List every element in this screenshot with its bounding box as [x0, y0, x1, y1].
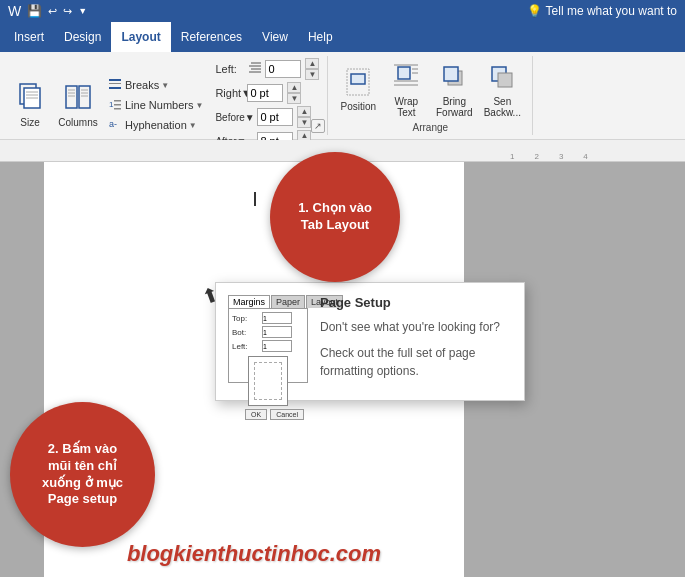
indent-left-icon: [247, 62, 261, 76]
ps-bottom-input[interactable]: [262, 326, 292, 338]
app-icon: W: [8, 3, 21, 19]
indent-left-label: Left:: [215, 63, 243, 75]
ps-tab-paper[interactable]: Paper: [271, 295, 305, 308]
page-setup-hint2: Check out the full set of page formattin…: [320, 344, 512, 380]
svg-rect-19: [114, 108, 121, 110]
page-setup-preview-body: Top: Bot: Left:: [228, 308, 308, 383]
indent-left-input[interactable]: [265, 60, 301, 78]
bring-forward-label: BringForward: [436, 96, 473, 118]
ribbon-group-arrange: Position WrapText: [328, 56, 533, 135]
ps-top-input[interactable]: [262, 312, 292, 324]
spacing-before-label: Before▼: [215, 112, 253, 123]
ruler-marks: 1 2 3 4: [510, 140, 608, 161]
ps-tab-margins[interactable]: Margins: [228, 295, 270, 308]
save-icon[interactable]: 💾: [27, 4, 42, 18]
page-setup-tabs: Margins Paper Layout: [228, 295, 308, 308]
svg-rect-5: [66, 86, 77, 108]
bring-forward-icon: [438, 61, 470, 93]
ps-top-label: Top:: [232, 314, 260, 323]
position-label: Position: [341, 101, 377, 112]
tab-layout[interactable]: Layout: [111, 22, 170, 52]
svg-rect-34: [444, 67, 458, 81]
page-setup-title: Page Setup: [320, 295, 512, 310]
spacing-before-spinner[interactable]: ▲▼: [297, 106, 311, 128]
tab-insert[interactable]: Insert: [4, 22, 54, 52]
send-backward-label: SenBackw...: [484, 96, 521, 118]
line-numbers-button[interactable]: 1 Line Numbers ▼: [104, 96, 207, 114]
indent-left-spinner[interactable]: ▲▼: [305, 58, 319, 80]
size-icon: [14, 82, 46, 114]
svg-rect-15: [109, 87, 121, 89]
indent-right-row: Right▼ ▲▼: [215, 82, 319, 104]
columns-label: Columns: [58, 117, 97, 128]
size-button[interactable]: Size: [8, 76, 52, 134]
page-setup-launcher-button[interactable]: ↗: [311, 119, 325, 133]
document-panel: Margins Paper Layout Top: Bot: Left:: [0, 162, 508, 577]
spacing-before-input[interactable]: [257, 108, 293, 126]
customize-qat-icon[interactable]: ▼: [78, 6, 87, 16]
wrap-text-button[interactable]: WrapText: [384, 60, 428, 118]
ps-ok-button[interactable]: OK: [245, 409, 267, 420]
indent-spacing-group: Left: ▲▼ Right▼ ▲▼: [215, 58, 319, 152]
hyphenation-button[interactable]: a- Hyphenation ▼: [104, 116, 207, 134]
position-icon: [342, 66, 374, 98]
spacing-before-row: Before▼ ▲▼: [215, 106, 319, 128]
redo-icon[interactable]: ↪: [63, 5, 72, 18]
position-button[interactable]: Position: [336, 60, 380, 118]
bring-forward-button[interactable]: BringForward: [432, 60, 476, 118]
tab-references[interactable]: References: [171, 22, 252, 52]
line-numbers-label: Line Numbers: [125, 99, 193, 111]
columns-button[interactable]: Columns: [56, 76, 100, 134]
ps-cancel-button[interactable]: Cancel: [270, 409, 304, 420]
callout-page-setup: 2. Bấm vào mũi tên chỉ xuống ở mục Page …: [10, 402, 155, 547]
indent-right-spinner[interactable]: ▲▼: [287, 82, 301, 104]
ps-top-row: Top:: [232, 312, 304, 324]
ribbon-body: Size Columns: [0, 52, 685, 140]
page-setup-popup: Margins Paper Layout Top: Bot: Left:: [215, 282, 525, 401]
breaks-label: Breaks: [125, 79, 159, 91]
send-backward-button[interactable]: SenBackw...: [480, 60, 524, 118]
line-numbers-arrow: ▼: [195, 101, 203, 110]
ribbon: Insert Design Layout References View Hel…: [0, 22, 685, 52]
tab-design[interactable]: Design: [54, 22, 111, 52]
line-numbers-icon: 1: [108, 97, 122, 113]
callout-tab-layout: 1. Chọn vào Tab Layout: [270, 152, 400, 282]
arrange-group-content: Position WrapText: [336, 58, 524, 120]
ps-left-row-inner: Left:: [232, 340, 304, 352]
svg-rect-36: [498, 73, 512, 87]
svg-rect-26: [351, 74, 365, 84]
tell-me-area: 💡 Tell me what you want to: [519, 0, 685, 22]
ps-left-input-inner[interactable]: [262, 340, 292, 352]
undo-icon[interactable]: ↩: [48, 5, 57, 18]
page-setup-group-content: Size Columns: [8, 58, 319, 152]
ps-paper-preview: [248, 356, 288, 406]
svg-rect-18: [114, 104, 121, 106]
svg-rect-17: [114, 100, 121, 102]
breaks-button[interactable]: Breaks ▼: [104, 76, 207, 94]
columns-icon: [62, 82, 94, 114]
page-setup-right-btns: Breaks ▼ 1 Line Numbers ▼ a- Hyphenation…: [104, 76, 207, 134]
indent-left-row: Left: ▲▼: [215, 58, 319, 80]
watermark-text: blogkienthuctinhoc.com: [127, 541, 381, 567]
tell-me-text[interactable]: Tell me what you want to: [546, 4, 677, 18]
hyphenation-label: Hyphenation: [125, 119, 187, 131]
svg-rect-13: [109, 79, 121, 81]
arrange-group-label: Arrange: [413, 120, 449, 133]
tab-help[interactable]: Help: [298, 22, 343, 52]
ribbon-group-page-setup: Size Columns: [0, 56, 328, 135]
ps-footer: OK Cancel: [232, 409, 304, 420]
svg-rect-27: [398, 67, 410, 79]
ps-left-label-inner: Left:: [232, 342, 260, 351]
ps-bottom-row: Bot:: [232, 326, 304, 338]
tab-view[interactable]: View: [252, 22, 298, 52]
wrap-text-label: WrapText: [394, 96, 418, 118]
ps-bottom-label: Bot:: [232, 328, 260, 337]
page-setup-description: Page Setup Don't see what you're looking…: [320, 295, 512, 388]
wrap-text-icon: [390, 61, 422, 93]
size-label: Size: [20, 117, 39, 128]
breaks-arrow: ▼: [161, 81, 169, 90]
send-backward-icon: [486, 61, 518, 93]
svg-text:1: 1: [109, 100, 114, 109]
main-content-area: Margins Paper Layout Top: Bot: Left:: [0, 162, 685, 577]
indent-right-input[interactable]: [247, 84, 283, 102]
